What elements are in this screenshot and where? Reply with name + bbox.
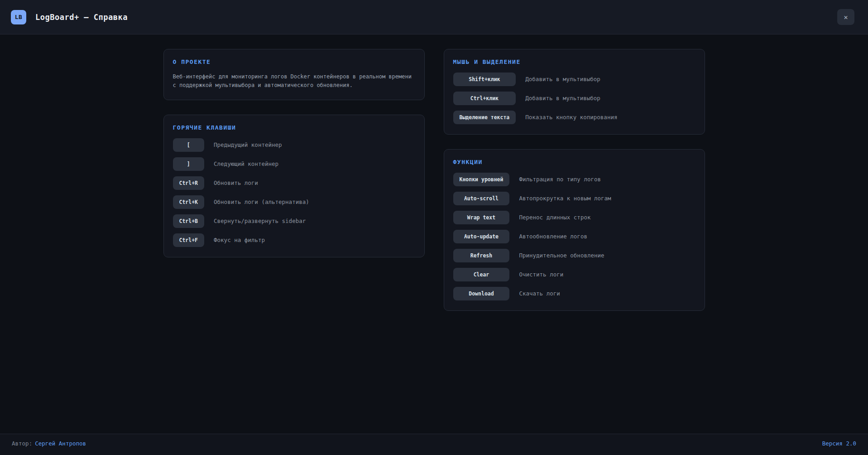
- right-column: МЫШЬ И ВЫДЕЛЕНИЕ Shift+клик Добавить в м…: [444, 49, 705, 434]
- features-card: ФУНКЦИИ Кнопки уровней Фильтрация по тип…: [444, 149, 705, 311]
- key-badge: Ctrl+R: [173, 176, 205, 190]
- key-badge: Wrap text: [453, 211, 510, 224]
- about-card-title: О ПРОЕКТЕ: [173, 58, 415, 65]
- key-badge: Выделение текста: [453, 111, 516, 124]
- key-description: Добавить в мультивыбор: [525, 73, 695, 82]
- page-title: LogBoard+ — Справка: [35, 13, 128, 22]
- version-label: Версия 2.0: [822, 440, 856, 447]
- key-description: Добавить в мультивыбор: [525, 92, 695, 102]
- key-description: Следующий контейнер: [214, 157, 415, 167]
- mouse-card: МЫШЬ И ВЫДЕЛЕНИЕ Shift+клик Добавить в м…: [444, 49, 705, 135]
- key-badge: Кнопки уровней: [453, 173, 510, 186]
- key-description: Скачать логи: [519, 287, 695, 297]
- key-description: Обновить логи (альтернатива): [214, 195, 415, 205]
- key-badge: Ctrl+клик: [453, 92, 516, 105]
- close-button[interactable]: ✕: [837, 9, 854, 25]
- key-badge: Ctrl+F: [173, 233, 205, 247]
- close-icon: ✕: [844, 13, 848, 21]
- key-badge: Refresh: [453, 249, 510, 262]
- key-description: Свернуть/развернуть sidebar: [214, 214, 415, 224]
- help-content: О ПРОЕКТЕ Веб-интерфейс для мониторинга …: [0, 34, 868, 434]
- features-card-title: ФУНКЦИИ: [453, 159, 695, 165]
- key-badge: Auto-scroll: [453, 192, 510, 205]
- author-line: Автор:Сергей Антропов: [12, 440, 86, 447]
- key-description: Очистить логи: [519, 268, 695, 278]
- key-description: Автопрокрутка к новым логам: [519, 192, 695, 202]
- key-description: Перенос длинных строк: [519, 211, 695, 221]
- key-badge: Shift+клик: [453, 73, 516, 86]
- features-list: Кнопки уровней Фильтрация по типу логов …: [453, 173, 695, 300]
- hotkeys-list: [ Предыдущий контейнер ] Следующий конте…: [173, 138, 415, 247]
- mouse-card-title: МЫШЬ И ВЫДЕЛЕНИЕ: [453, 58, 695, 65]
- key-badge: [: [173, 138, 205, 152]
- hotkeys-card: ГОРЯЧИЕ КЛАВИШИ [ Предыдущий контейнер ]…: [163, 115, 425, 257]
- about-card: О ПРОЕКТЕ Веб-интерфейс для мониторинга …: [163, 49, 425, 100]
- left-column: О ПРОЕКТЕ Веб-интерфейс для мониторинга …: [163, 49, 425, 434]
- hotkeys-card-title: ГОРЯЧИЕ КЛАВИШИ: [173, 124, 415, 131]
- mouse-list: Shift+клик Добавить в мультивыбор Ctrl+к…: [453, 73, 695, 124]
- key-badge: Auto-update: [453, 230, 510, 243]
- key-description: Обновить логи: [214, 176, 415, 186]
- app-header: LB LogBoard+ — Справка ✕: [0, 0, 868, 34]
- key-description: Принудительное обновление: [519, 249, 695, 259]
- key-badge: Download: [453, 287, 510, 300]
- key-badge: ]: [173, 157, 205, 171]
- author-label: Автор:: [12, 440, 32, 447]
- app-footer: Автор:Сергей Антропов Версия 2.0: [0, 434, 868, 455]
- app-logo: LB: [11, 10, 26, 24]
- key-description: Автообновление логов: [519, 230, 695, 240]
- key-badge: Ctrl+K: [173, 195, 205, 209]
- key-description: Фильтрация по типу логов: [519, 173, 695, 183]
- key-description: Фокус на фильтр: [214, 233, 415, 243]
- key-badge: Ctrl+B: [173, 214, 205, 228]
- key-badge: Clear: [453, 268, 510, 281]
- author-link[interactable]: Сергей Антропов: [35, 440, 86, 447]
- key-description: Показать кнопку копирования: [525, 111, 695, 121]
- about-card-body: Веб-интерфейс для мониторинга логов Dock…: [173, 73, 415, 90]
- key-description: Предыдущий контейнер: [214, 138, 415, 148]
